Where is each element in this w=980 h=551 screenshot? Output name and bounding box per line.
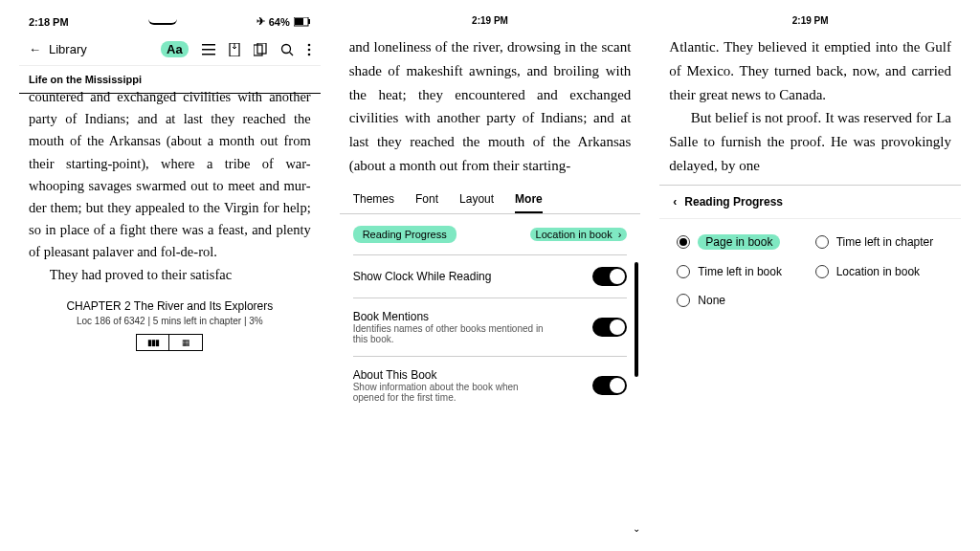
svg-rect-5: [202, 54, 215, 55]
radio-icon: [677, 235, 690, 249]
reader-body[interactable]: countered and exchanged civilities with …: [19, 93, 321, 290]
panel-reader-toolbar: 2:18 PM ✈ 64% ← Library Aa: [19, 10, 321, 541]
tab-themes[interactable]: Themes: [353, 192, 394, 213]
body-paragraph: They had proved to their satisfac­: [29, 264, 311, 286]
radio-icon: [677, 294, 690, 307]
header-label: Reading Progress: [684, 195, 783, 209]
body-paragraph: Atlantic. They believed it emptied into …: [669, 35, 951, 106]
battery-icon: [294, 17, 311, 27]
reader-body-preview: and loneliness of the river, drowsing in…: [340, 32, 641, 185]
reading-progress-header[interactable]: ‹ Reading Progress: [659, 185, 961, 219]
status-bar: 2:18 PM ✈ 64%: [19, 10, 321, 33]
share-icon[interactable]: [254, 43, 267, 56]
settings-tabs: Themes Font Layout More: [340, 185, 641, 214]
status-time: 2:18 PM: [29, 16, 69, 28]
chevron-left-icon: ‹: [673, 195, 677, 209]
tab-font[interactable]: Font: [415, 192, 438, 213]
svg-rect-4: [202, 49, 215, 51]
settings-panel: Reading Progress Location in book › Show…: [340, 214, 641, 541]
reading-progress-label: Reading Progress: [353, 226, 457, 243]
body-paragraph: and loneliness of the river, drowsing in…: [349, 35, 632, 178]
panel-display-settings: 2:19 PM and loneliness of the river, dro…: [340, 10, 641, 541]
svg-point-11: [307, 43, 310, 46]
option-label: Location in book: [836, 265, 920, 278]
option-page-in-book[interactable]: Page in book: [677, 234, 805, 250]
grid-page-icon: ▦: [169, 335, 202, 350]
setting-about-book: About This Book Show information about t…: [353, 356, 628, 414]
airplane-icon: ✈: [256, 15, 265, 28]
reader-body-preview: Atlantic. They believed it emptied into …: [659, 32, 961, 185]
tab-layout[interactable]: Layout: [459, 192, 494, 213]
status-time: 2:19 PM: [340, 10, 641, 32]
option-location-in-book[interactable]: Location in book: [815, 265, 944, 278]
body-paragraph: But belief is not proof. It was re­serve…: [669, 106, 951, 177]
svg-point-12: [307, 48, 310, 51]
radio-icon: [815, 235, 829, 249]
search-icon[interactable]: [280, 43, 294, 56]
reader-toolbar: ← Library Aa: [19, 33, 321, 66]
footer-chapter: CHAPTER 2 The River and Its Explorers: [29, 299, 311, 313]
location-label: Location in book: [536, 229, 612, 240]
option-label: Time left in book: [698, 265, 782, 278]
panel-reading-progress: 2:19 PM Atlantic. They believed it empti…: [659, 10, 961, 541]
option-label: None: [698, 294, 725, 307]
library-label: Library: [49, 42, 87, 56]
option-time-left-book[interactable]: Time left in book: [677, 265, 805, 278]
toc-icon[interactable]: [202, 43, 215, 56]
chevron-down-icon: ⌄: [633, 523, 640, 534]
more-menu-icon[interactable]: [307, 43, 311, 56]
toggle-switch[interactable]: [592, 376, 627, 395]
reader-footer: CHAPTER 2 The River and Its Explorers Lo…: [19, 290, 321, 361]
setting-sublabel: Identifies names of other books mentione…: [353, 323, 545, 344]
toggle-switch[interactable]: [592, 267, 627, 286]
svg-point-9: [281, 44, 290, 53]
svg-rect-2: [308, 19, 310, 24]
setting-book-mentions: Book Mentions Identifies names of other …: [353, 298, 628, 356]
arrow-left-icon: ←: [29, 42, 41, 56]
single-page-icon: ▮▮▮: [137, 335, 169, 350]
footer-location: Loc 186 of 6342 | 5 mins left in chapter…: [29, 316, 311, 326]
chevron-right-icon: ›: [618, 229, 622, 240]
progress-options: Page in book Time left in chapter Time l…: [659, 219, 961, 322]
radio-icon: [677, 265, 690, 278]
library-back-button[interactable]: ← Library: [29, 42, 87, 56]
svg-rect-3: [202, 44, 215, 46]
setting-label: Book Mentions: [353, 310, 545, 323]
setting-show-clock: Show Clock While Reading: [353, 254, 628, 298]
setting-sublabel: Show information about the book when ope…: [353, 382, 545, 403]
bookmark-icon[interactable]: [229, 43, 240, 56]
status-time: 2:19 PM: [659, 10, 961, 32]
page-view-toggle[interactable]: ▮▮▮ ▦: [136, 334, 203, 351]
setting-label: About This Book: [353, 368, 545, 382]
radio-icon: [815, 265, 829, 278]
option-none[interactable]: None: [677, 294, 805, 307]
toggle-switch[interactable]: [592, 318, 627, 337]
option-label: Page in book: [698, 234, 780, 250]
setting-label: Show Clock While Reading: [353, 270, 492, 283]
scrollbar[interactable]: [635, 262, 638, 377]
option-label: Time left in chapter: [836, 235, 934, 249]
status-battery: 64%: [269, 16, 290, 28]
option-time-left-chapter[interactable]: Time left in chapter: [815, 234, 944, 250]
display-settings-button[interactable]: Aa: [161, 41, 189, 57]
body-paragraph: countered and exchanged civilities with …: [29, 86, 311, 264]
svg-line-10: [289, 52, 293, 55]
tab-more[interactable]: More: [515, 192, 543, 213]
svg-point-13: [307, 53, 310, 55]
location-in-book-button[interactable]: Location in book ›: [530, 228, 628, 241]
drag-handle-icon: [148, 19, 177, 25]
svg-rect-1: [295, 18, 303, 25]
